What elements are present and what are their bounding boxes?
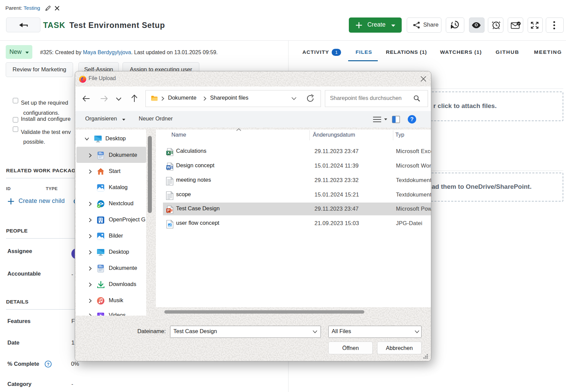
svg-text:?: ? bbox=[47, 362, 49, 367]
svg-text:P: P bbox=[167, 208, 170, 212]
svg-text:W: W bbox=[167, 165, 170, 169]
svg-text:X: X bbox=[167, 151, 170, 155]
